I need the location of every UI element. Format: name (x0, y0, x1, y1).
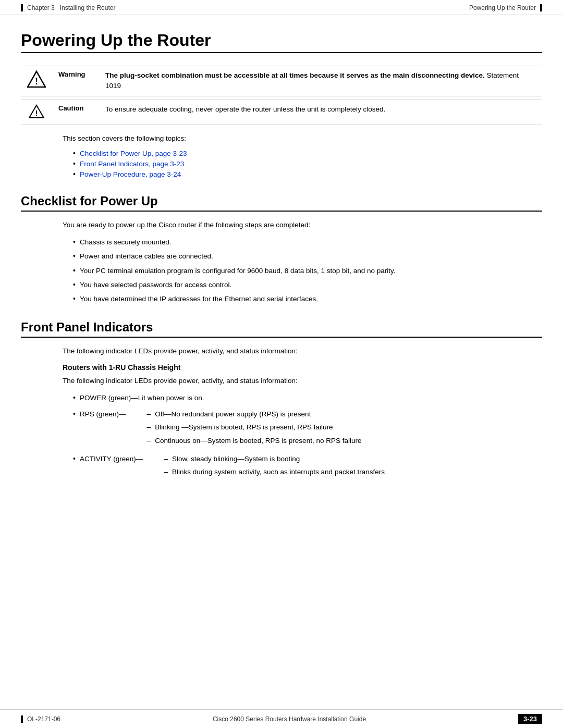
footer-right: 3-23 (518, 714, 542, 724)
checklist-item-2: Power and interface cables are connected… (73, 251, 542, 262)
checklist-intro: You are ready to power up the Cisco rout… (63, 220, 542, 230)
header-right: Powering Up the Router (469, 4, 542, 11)
checklist-list: Chassis is securely mounted. Power and i… (73, 237, 542, 304)
indicators-list: POWER (green)—Lit when power is on. RPS … (73, 392, 542, 480)
links-list: Checklist for Power Up, page 3-23 Front … (73, 149, 542, 178)
indicator-power: POWER (green)—Lit when power is on. (73, 392, 542, 403)
subsection-title: Routers with 1-RU Chassis Height (63, 363, 542, 372)
header-chapter: Chapter 3 (27, 4, 55, 11)
activity-sub-2: Blinks during system activity, such as i… (164, 466, 385, 477)
caution-notice: ! Caution To ensure adequate cooling, ne… (21, 100, 542, 125)
rps-sub-2: Blinking —System is booted, RPS is prese… (146, 422, 361, 433)
warning-content: The plug-socket combination must be acce… (99, 66, 542, 96)
svg-text:!: ! (35, 109, 38, 117)
header-chapter-section: Installing the Router (60, 4, 116, 11)
front-panel-intro: The following indicator LEDs provide pow… (63, 346, 542, 356)
caution-triangle-icon: ! (29, 104, 44, 119)
page-footer: OL-2171-06 Cisco 2600 Series Routers Har… (0, 709, 563, 728)
checklist-item-4: You have selected passwords for access c… (73, 279, 542, 290)
header-left-bar (21, 4, 23, 11)
footer-page-number: 3-23 (518, 714, 542, 724)
page-title: Powering Up the Router (21, 31, 542, 53)
intro-text: This section covers the following topics… (63, 133, 542, 144)
footer-doc-id: OL-2171-06 (27, 715, 60, 723)
indicator-rps: RPS (green)— Off—No redundant power supp… (73, 406, 542, 448)
link-item-1[interactable]: Checklist for Power Up, page 3-23 (73, 149, 542, 157)
checklist-item-1: Chassis is securely mounted. (73, 237, 542, 248)
link-1[interactable]: Checklist for Power Up, page 3-23 (80, 150, 187, 157)
rps-sub-3: Continuous on—System is booted, RPS is p… (146, 435, 361, 446)
rps-sub-1: Off—No redundant power supply (RPS) is p… (146, 409, 361, 419)
caution-content: To ensure adequate cooling, never operat… (99, 100, 542, 125)
link-item-2[interactable]: Front Panel Indicators, page 3-23 (73, 159, 542, 168)
indicator-activity: ACTIVITY (green)— Slow, steady blinking—… (73, 451, 542, 480)
warning-notice: ! Warning The plug-socket combination mu… (21, 66, 542, 96)
header-left: Chapter 3 Installing the Router (21, 4, 115, 11)
subsection-intro: The following indicator LEDs provide pow… (63, 376, 542, 386)
checklist-item-5: You have determined the IP addresses for… (73, 293, 542, 304)
checklist-item-3: Your PC terminal emulation program is co… (73, 265, 542, 276)
footer-left: OL-2171-06 (21, 715, 60, 723)
svg-text:!: ! (35, 76, 38, 87)
warning-triangle-icon: ! (27, 70, 46, 88)
header-right-bar (540, 4, 542, 11)
caution-icon-cell: ! (21, 100, 52, 125)
activity-sub-1: Slow, steady blinking—System is booting (164, 453, 385, 464)
warning-label: Warning (52, 66, 99, 96)
front-panel-section-title: Front Panel Indicators (21, 320, 542, 338)
caution-label: Caution (52, 100, 99, 125)
warning-bold-text: The plug-socket combination must be acce… (105, 71, 485, 79)
header-right-label: Powering Up the Router (469, 4, 536, 11)
activity-sub-list: Slow, steady blinking—System is booting … (164, 453, 385, 480)
main-content: Powering Up the Router ! Warning The plu… (0, 15, 563, 527)
link-2[interactable]: Front Panel Indicators, page 3-23 (80, 160, 184, 168)
link-item-3[interactable]: Power-Up Procedure, page 3-24 (73, 170, 542, 178)
page-header: Chapter 3 Installing the Router Powering… (0, 0, 563, 15)
checklist-section-title: Checklist for Power Up (21, 194, 542, 212)
footer-left-bar (21, 715, 23, 723)
link-3[interactable]: Power-Up Procedure, page 3-24 (80, 170, 181, 178)
warning-icon-cell: ! (21, 66, 52, 96)
footer-guide-title: Cisco 2600 Series Routers Hardware Insta… (213, 715, 366, 723)
rps-sub-list: Off—No redundant power supply (RPS) is p… (146, 409, 361, 448)
